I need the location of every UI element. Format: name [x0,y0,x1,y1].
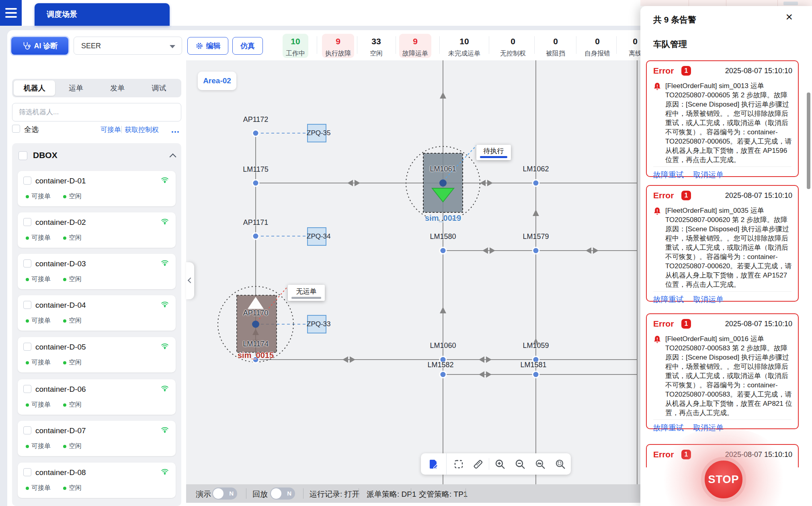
tab-robots[interactable]: 机器人 [14,80,55,96]
zoom-fit-icon[interactable] [555,459,566,470]
map-node-label: AP1171 [243,218,269,227]
wifi-icon [160,342,169,352]
robot-checkbox[interactable] [23,385,31,393]
simulation-button[interactable]: 仿真 [232,37,263,55]
robot-card[interactable]: container-D-05 可接单 空闲 [18,337,176,372]
wifi-icon [160,217,169,227]
agv-id-label[interactable]: sim_0015 [238,351,274,360]
canvas-toolbar [421,453,571,475]
stat-unfinished-orders: 10 未完成运单 [440,35,488,58]
stat-fault-orders: 9 故障运单 [391,35,439,58]
agv-id-label[interactable]: sim_0019 [425,214,461,223]
ruler-icon[interactable] [472,459,484,470]
robot-card[interactable]: container-D-07 可接单 空闲 [18,421,176,456]
zoom-overview-icon[interactable] [535,459,546,470]
replay-toggle[interactable]: N [270,487,295,500]
chevron-left-icon [188,278,193,283]
sidebar-collapse-handle[interactable] [186,262,194,299]
run-log-status[interactable]: 运行记录: 打开 [310,489,360,500]
area-badge[interactable]: Area-02 [198,72,236,90]
select-all-label: 全选 [24,125,39,134]
marquee-select-icon[interactable] [453,459,464,470]
zoom-out-icon[interactable] [515,459,526,470]
more-actions-button[interactable] [170,128,179,135]
select-all-checkbox[interactable] [12,125,20,133]
window-tab[interactable]: 调度场景 [35,3,170,26]
wifi-icon [160,259,169,268]
alert-message: [FleetOrderFault] sim_0016 运单 TO20250807… [665,334,794,418]
demo-toggle[interactable]: N [212,487,237,500]
robot-card[interactable]: container-D-02 可接单 空闲 [18,212,176,248]
gear-icon [195,42,203,50]
robot-checkbox[interactable] [23,218,31,226]
emergency-stop-button[interactable]: STOP [701,457,746,502]
wifi-icon [160,467,169,477]
sidebar-tabs: 机器人 运单 发单 调试 [12,79,181,97]
robot-checkbox[interactable] [23,259,31,267]
alert-panel-title: 共 9 条告警 [653,14,696,25]
stat-blocked: 0 被阻挡 [531,35,580,58]
bell-alert-icon [653,335,661,344]
tab-dispatch[interactable]: 发单 [97,80,138,96]
ai-diagnose-button[interactable]: AI 诊断 [11,37,68,55]
zone-label: ZPQ-33 [307,320,331,328]
robot-card[interactable]: container-D-04 可接单 空闲 [18,295,176,331]
robot-checkbox[interactable] [23,301,31,309]
replay-label: 回放 [252,489,268,500]
bell-alert-icon [653,82,661,91]
close-icon[interactable]: × [785,10,793,24]
map-node-label: LM1174 [243,340,269,348]
cancel-order-link[interactable]: 取消运单 [693,171,724,179]
map-node-dots[interactable] [252,130,539,378]
robot-card[interactable]: container-D-08 可接单 空闲 [18,463,176,498]
zone-boxes[interactable] [308,124,326,333]
robot-card[interactable]: container-D-01 可接单 空闲 [18,171,176,206]
robot-card[interactable]: container-D-03 可接单 空闲 [18,254,176,289]
app-root: 调度场景 AI 诊断 SEER 编辑 仿真 10 工作中 9 执行故障 33 空… [0,0,812,506]
wifi-icon [160,176,169,185]
get-control-link[interactable]: 获取控制权 [125,125,159,134]
edit-tool-icon[interactable] [428,459,439,470]
retry-fault-link[interactable]: 故障重试 [653,295,684,304]
cancel-order-link[interactable]: 取消运单 [693,295,724,304]
map-node-label: LM1582 [427,361,453,369]
alert-section-title: 车队管理 [653,39,687,50]
accept-orders-link[interactable]: 可接单 [100,125,121,134]
wifi-icon [160,300,169,310]
alert-count-badge: 1 [681,319,691,329]
stat-working: 10 工作中 [271,35,320,58]
retry-fault-link[interactable]: 故障重试 [653,171,684,179]
hamburger-menu-button[interactable] [0,0,22,26]
alert-card: Error 1 2025-08-07 15:10:10 [FleetOrderF… [646,185,799,302]
group-name: DBOX [33,150,57,160]
tab-orders[interactable]: 运单 [55,80,96,96]
robot-card[interactable]: container-D-06 可接单 空闲 [18,379,176,415]
stat-no-control: 0 无控制权 [489,35,537,58]
robot-checkbox[interactable] [23,343,31,351]
zoom-in-icon[interactable] [494,459,506,470]
map-node-label: LM1059 [523,341,549,350]
demo-label: 演示 [196,489,211,500]
zone-label: ZPQ-34 [307,232,331,241]
wifi-icon [160,384,169,394]
tab-debug[interactable]: 调试 [138,80,180,96]
robot-checkbox[interactable] [23,177,31,185]
alert-message: [FleetOrderFault] sim_0013 运单 TO20250807… [665,81,794,165]
zone-label: ZPQ-35 [307,129,331,137]
dispatch-policy: 派单策略: DP1 [367,489,416,500]
robot-filter-input[interactable]: 筛选机器人... [12,103,181,121]
alert-panel-scrollbar[interactable] [807,93,810,189]
edit-button[interactable]: 编辑 [187,37,228,55]
map-node-label: LM1062 [523,165,549,173]
alert-card: Error 1 2025-08-07 15:10:10 [FleetOrderF… [646,313,799,429]
map-node-label: LM1060 [430,341,456,350]
traffic-policy: 交管策略: TP1 [419,489,468,500]
agv-status-tooltip: 无运单 [288,285,325,301]
map-node-label: LM1061 [430,165,456,173]
robot-checkbox[interactable] [23,468,31,476]
stethoscope-icon [22,41,31,50]
retry-fault-link[interactable]: 故障重试 [653,424,684,432]
scene-select[interactable]: SEER [74,37,182,55]
group-checkbox[interactable] [18,151,27,160]
robot-checkbox[interactable] [23,426,31,434]
